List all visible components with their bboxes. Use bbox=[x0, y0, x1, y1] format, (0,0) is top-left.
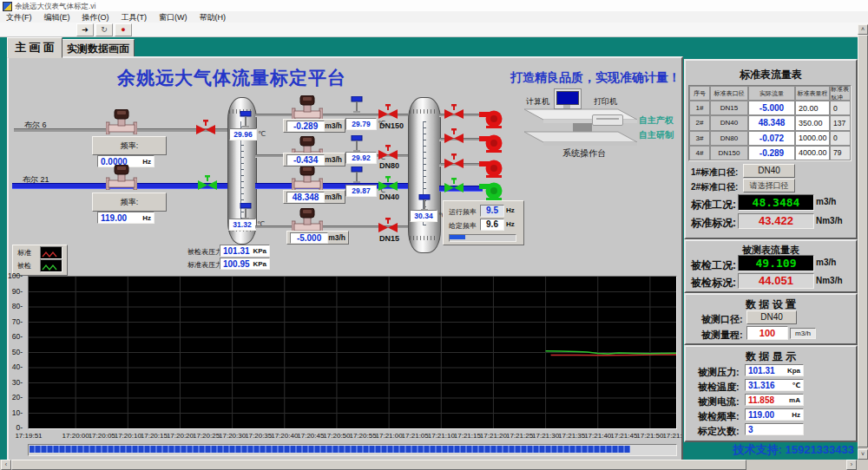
horizontal-scrollbar[interactable]: ‹ › bbox=[0, 460, 858, 470]
standard-pressure-value: 100.95 bbox=[223, 259, 250, 269]
tank2-hatch-bottom bbox=[410, 236, 437, 240]
table-cell: DN80 bbox=[710, 131, 748, 146]
chart-scrollbar-fill[interactable] bbox=[30, 446, 630, 453]
standard-pressure-label: 标准表压力 bbox=[187, 260, 222, 270]
table-cell: DN150 bbox=[710, 146, 748, 160]
branch3-dn-label: DN40 bbox=[379, 193, 399, 201]
valve-icon-branch3-green[interactable] bbox=[378, 176, 398, 192]
standard-meter-table: 序号标准表口径实际流量标准表量程标准表脉冲1#DN15-5.00020.0002… bbox=[688, 85, 852, 161]
run-continuous-icon[interactable]: ↻ bbox=[95, 23, 113, 36]
vertical-scrollbar-thumb[interactable] bbox=[858, 35, 868, 447]
branch1-temp-display: 29.79 bbox=[345, 118, 377, 130]
title-bar: 余姚远大仪表气体标定.vi bbox=[0, 0, 868, 12]
caliber1-dropdown[interactable]: DN40 bbox=[743, 164, 795, 178]
valve-icon-branch2-red[interactable] bbox=[378, 145, 398, 160]
valve-icon-branch1-red[interactable] bbox=[378, 104, 398, 120]
tested-working-unit: m3/h bbox=[816, 258, 836, 267]
x-tick-label: 17:21:55 bbox=[660, 432, 682, 440]
data-display-label: 被检温度: bbox=[698, 381, 740, 394]
chart-y-axis: 0-10-20-30-40-50-60-70-80-90-100- bbox=[0, 272, 28, 433]
set-frequency-input[interactable]: 9.6 bbox=[480, 219, 504, 231]
tested-range-input[interactable]: 100 bbox=[746, 326, 788, 340]
valve-icon-inlet1-red[interactable] bbox=[196, 120, 215, 135]
table-cell: 4# bbox=[689, 146, 710, 160]
temp-sensor-icon-tank2 bbox=[418, 194, 431, 212]
freq-display-2: 119.00 Hz bbox=[97, 212, 155, 224]
printer-label: 打印机 bbox=[594, 96, 617, 108]
table-cell[interactable]: 1000.00 bbox=[795, 131, 830, 146]
data-display-value-box: 31.316℃ bbox=[745, 379, 804, 391]
caliber2-dropdown[interactable]: 请选择口径 bbox=[743, 179, 795, 193]
tested-pressure-display: 101.31 KPa bbox=[220, 245, 270, 257]
tab-measured-data[interactable]: 实测数据画面 bbox=[62, 39, 135, 58]
valve-icon-branch4-red[interactable] bbox=[378, 218, 398, 233]
valve-icon-outlet3-red[interactable] bbox=[444, 153, 464, 169]
table-cell[interactable]: 20.00 bbox=[795, 101, 830, 115]
y-tick-label: 80- bbox=[12, 302, 23, 310]
horizontal-scrollbar-thumb[interactable] bbox=[11, 460, 746, 470]
y-tick-label: 70- bbox=[12, 317, 23, 326]
computer-label: 计算机 bbox=[526, 96, 549, 108]
frequency-slider[interactable] bbox=[449, 234, 516, 242]
scroll-down-icon[interactable]: ˅ bbox=[858, 449, 868, 460]
pump-icon-4-green bbox=[479, 180, 503, 200]
standard-working-display: 48.3484 bbox=[738, 194, 814, 211]
branch3-flow-unit: m3/h bbox=[325, 193, 342, 201]
tested-caliber-label: 被测口径: bbox=[701, 313, 743, 326]
branch4-flow-unit: m3/h bbox=[328, 233, 345, 242]
table-cell[interactable]: 4000.00 bbox=[795, 146, 830, 160]
toolbar: ➔ ↻ ● bbox=[0, 23, 868, 37]
scroll-left-icon[interactable]: ‹ bbox=[1, 460, 11, 470]
scroll-right-icon[interactable]: › bbox=[846, 460, 857, 470]
freq-unit-2: Hz bbox=[142, 214, 151, 222]
legend-swatch-standard[interactable] bbox=[40, 246, 62, 259]
console-desk-label: 系统操作台 bbox=[562, 147, 606, 160]
y-tick-label: 30- bbox=[12, 378, 23, 387]
tested-caliber-dropdown[interactable]: DN40 bbox=[746, 310, 797, 324]
tab-main-screen[interactable]: 主 画 面 bbox=[7, 37, 62, 58]
data-display-label: 标定次数: bbox=[698, 425, 740, 438]
tested-std-display: 44.051 bbox=[738, 273, 814, 289]
run-icon[interactable]: ➔ bbox=[76, 23, 94, 36]
legend-label-standard: 标准 bbox=[17, 248, 31, 258]
vertical-scrollbar[interactable]: ˄ ˅ bbox=[858, 24, 868, 460]
valve-icon-outlet4-green[interactable] bbox=[444, 178, 464, 193]
freq-unit-1: Hz bbox=[142, 158, 151, 166]
stop-icon[interactable]: ● bbox=[115, 23, 132, 36]
frequency-panel: 运行频率 9.5 Hz 给定频率 9.6 Hz bbox=[443, 200, 524, 245]
data-display-value-box: 101.31Kpa bbox=[745, 364, 804, 376]
diagram-slogan: 打造精良品质，实现准确计量！ bbox=[510, 70, 681, 86]
set-frequency-label: 给定频率 bbox=[449, 221, 477, 231]
caliber1-label: 1#标准口径: bbox=[691, 166, 738, 179]
table-header-cell: 标准表口径 bbox=[710, 86, 748, 101]
legend-swatch-tested[interactable] bbox=[40, 259, 62, 272]
scrollbar-corner bbox=[858, 460, 868, 470]
data-display-unit: mA bbox=[789, 396, 800, 404]
standard-working-label: 标准工况: bbox=[691, 198, 736, 212]
chart-scrollbar[interactable] bbox=[28, 444, 677, 456]
legend-label-tested: 被检 bbox=[17, 261, 31, 271]
valve-icon-inlet2-green[interactable] bbox=[198, 175, 217, 191]
table-cell: 1# bbox=[689, 101, 710, 115]
scroll-up-icon[interactable]: ˄ bbox=[858, 24, 868, 35]
valve-icon-outlet2-red[interactable] bbox=[444, 128, 464, 144]
console-note1: 自主产权 bbox=[639, 114, 674, 127]
wave-icon-red bbox=[41, 250, 60, 259]
y-tick-label: 100- bbox=[8, 271, 23, 280]
application-window: 余姚远大仪表气体标定.vi 文件(F)编辑(E)操作(O)工具(T)窗口(W)帮… bbox=[0, 0, 868, 470]
standard-std-label: 标准标况: bbox=[691, 216, 736, 231]
menu-bar: 文件(F)编辑(E)操作(O)工具(T)窗口(W)帮助(H) bbox=[0, 11, 868, 23]
valve-icon-outlet1-red[interactable] bbox=[444, 104, 464, 120]
table-cell: 3# bbox=[689, 131, 710, 146]
tank2-hatch-top bbox=[410, 109, 437, 114]
standard-flow-box: 标准表流量表 序号标准表口径实际流量标准表量程标准表脉冲1#DN15-5.000… bbox=[684, 59, 858, 239]
temp-sensor-icon-tank1-bottom bbox=[240, 203, 252, 220]
branch3-flow-display: 48.348 m3/h bbox=[283, 190, 345, 204]
y-tick-label: 50- bbox=[12, 348, 23, 356]
data-display-value: 31.316 bbox=[748, 381, 775, 390]
standard-flow-title: 标准表流量表 bbox=[686, 68, 856, 82]
support-phone: 技术支持: 15921333433 bbox=[686, 442, 854, 458]
tank1-temp-top-unit: ℃ bbox=[258, 130, 266, 138]
freq-stand-1: 频率: bbox=[92, 136, 167, 155]
table-cell[interactable]: 350.00 bbox=[795, 115, 830, 130]
